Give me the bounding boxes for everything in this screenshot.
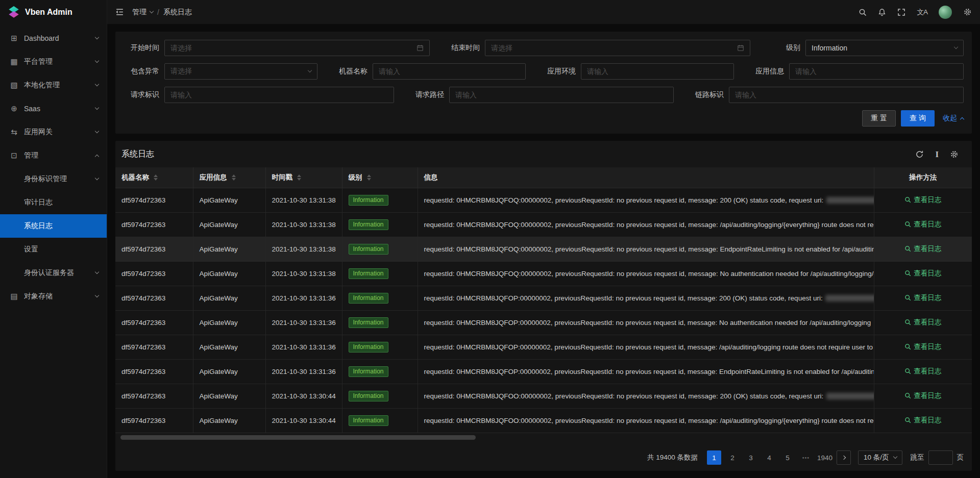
user-avatar[interactable] [939,6,952,19]
level-select-value: Information [812,44,950,52]
column-header-info: 信息 [418,167,874,188]
next-page-button[interactable] [837,450,851,465]
request-path-field[interactable] [449,87,674,103]
search-icon[interactable] [859,8,867,16]
refresh-icon[interactable] [915,150,924,159]
platform-icon: ▦ [9,57,19,66]
scrollbar-thumb[interactable] [120,435,476,440]
end-time-input[interactable] [491,44,733,52]
table-row: df5974d72363 ApiGateWay 2021-10-30 13:31… [115,359,972,384]
page-button-4[interactable]: 4 [762,450,776,465]
page-button-1[interactable]: 1 [707,450,721,465]
view-log-button[interactable]: 查看日志 [904,342,941,351]
settings-gear-icon[interactable] [963,8,972,16]
breadcrumb-separator: / [157,8,159,16]
sidebar-item-object-storage[interactable]: ▤ 对象存储 [0,285,107,308]
menu-fold-icon[interactable] [115,8,124,16]
chevron-down-icon [95,85,99,86]
app-info-input[interactable] [795,67,958,76]
machine-name-input[interactable] [379,67,520,76]
redacted-text [826,197,874,204]
sidebar-item-saas[interactable]: ⊕ Saas [0,97,107,120]
column-header-timestamp[interactable]: 时间戳 [265,167,342,188]
page-button-2[interactable]: 2 [725,450,740,465]
fullscreen-icon[interactable] [897,8,905,16]
view-log-button[interactable]: 查看日志 [904,220,941,229]
app-info-field[interactable] [789,63,964,80]
notification-bell-icon[interactable] [878,8,886,16]
search-filter-panel: 开始时间 结束时间 [115,32,972,134]
table-header-bar: 系统日志 I [115,141,972,167]
sidebar-item-management[interactable]: ⊡ 管理 [0,144,107,167]
sort-icon [232,174,236,181]
view-log-button[interactable]: 查看日志 [904,391,941,400]
page-button-5[interactable]: 5 [780,450,795,465]
view-log-button[interactable]: 查看日志 [904,416,941,425]
sidebar-item-identity-management[interactable]: 身份标识管理 [0,167,107,191]
trace-id-field[interactable] [729,87,964,103]
column-header-level[interactable]: 级别 [342,167,418,188]
sidebar-item-audit-log[interactable]: 审计日志 [0,191,107,214]
language-switch-icon[interactable]: 文A [917,8,927,17]
view-log-button[interactable]: 查看日志 [904,269,941,278]
app-env-input[interactable] [587,67,728,76]
view-log-button[interactable]: 查看日志 [904,318,941,327]
column-header-app-info[interactable]: 应用信息 [193,167,265,188]
column-header-machine[interactable]: 机器名称 [115,167,193,188]
horizontal-scrollbar[interactable] [120,435,967,440]
sort-icon [297,174,301,181]
start-time-datepicker[interactable] [164,40,430,56]
page-button-last[interactable]: 1940 [817,450,832,465]
sidebar-item-platform[interactable]: ▦ 平台管理 [0,50,107,73]
filter-field-start-time: 开始时间 [124,40,430,56]
request-path-input[interactable] [455,91,668,99]
app-logo[interactable]: Vben Admin [0,0,107,24]
page-size-select[interactable]: 10 条/页 [858,450,902,465]
collapse-toggle[interactable]: 收起 [943,114,964,123]
sidebar-item-settings[interactable]: 设置 [0,238,107,261]
management-icon: ⊡ [9,151,19,160]
sidebar-item-gateway[interactable]: ⇆ 应用网关 [0,120,107,144]
sidebar-item-localization[interactable]: ▧ 本地化管理 [0,73,107,97]
chevron-down-icon [894,457,897,458]
request-id-input[interactable] [170,91,388,99]
pagination-ellipsis[interactable]: ••• [799,450,813,465]
view-log-button[interactable]: 查看日志 [904,367,941,376]
row-height-icon[interactable]: I [935,150,939,159]
machine-name-field[interactable] [373,63,526,80]
sidebar-item-dashboard[interactable]: ⊞ Dashboard [0,27,107,50]
level-select[interactable]: Information [805,40,964,56]
calendar-icon [737,44,744,52]
sidebar-item-auth-server[interactable]: 身份认证服务器 [0,261,107,285]
request-id-field[interactable] [164,87,394,103]
table-row: df5974d72363 ApiGateWay 2021-10-30 13:31… [115,286,972,310]
collapse-label: 收起 [943,114,957,123]
view-log-button[interactable]: 查看日志 [904,244,941,254]
jump-page-input[interactable] [928,450,953,465]
filter-field-request-path: 请求路径 [408,87,674,103]
sidebar-item-system-log[interactable]: 系统日志 [0,214,107,238]
request-path-label: 请求路径 [408,90,444,99]
has-exception-select[interactable]: 请选择 [164,63,317,80]
reset-button[interactable]: 重 置 [862,110,896,127]
start-time-input[interactable] [170,44,412,52]
chevron-down-icon [95,179,99,180]
chevron-down-icon [95,296,99,297]
table-row: df5974d72363 ApiGateWay 2021-10-30 13:31… [115,335,972,359]
query-button[interactable]: 查 询 [901,110,935,127]
column-settings-icon[interactable] [950,150,959,159]
view-log-button[interactable]: 查看日志 [904,293,941,303]
filter-field-machine-name: 机器名称 [332,63,526,80]
level-badge: Information [349,195,388,206]
view-log-button[interactable]: 查看日志 [904,195,941,205]
trace-id-input[interactable] [735,91,958,99]
end-time-datepicker[interactable] [485,40,750,56]
level-badge: Information [349,391,388,401]
saas-icon: ⊕ [9,104,19,113]
redacted-text [826,393,874,399]
app-env-field[interactable] [581,63,734,80]
page-button-3[interactable]: 3 [744,450,758,465]
request-id-label: 请求标识 [124,90,159,99]
breadcrumb-management[interactable]: 管理 [132,8,153,17]
table-header-row: 机器名称 应用信息 时间戳 [115,167,972,188]
